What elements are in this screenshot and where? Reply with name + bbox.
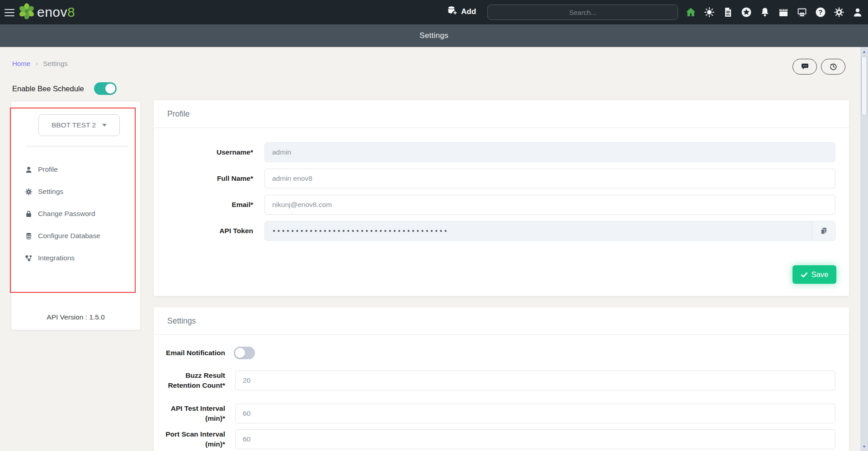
breadcrumb: Home › Settings (12, 60, 68, 67)
api-test-interval-row: API Test Interval (min)* (154, 404, 849, 423)
full-name-row: Full Name* (154, 169, 849, 188)
username-row: Username* (154, 142, 849, 162)
calendar-icon[interactable] (778, 7, 789, 18)
bell-icon[interactable] (760, 7, 770, 18)
scrollbar-thumb[interactable] (861, 56, 867, 116)
flower-logo-icon (18, 3, 35, 22)
api-test-interval-label: API Test Interval (min)* (154, 404, 225, 423)
star-icon[interactable] (741, 7, 752, 18)
chevron-down-icon (102, 124, 107, 127)
scrollbar-down-arrow[interactable]: ▼ (860, 443, 868, 450)
buzz-retention-label: Buzz Result Retention Count* (154, 371, 225, 390)
hamburger-menu-icon[interactable] (5, 7, 16, 18)
email-notification-toggle[interactable] (234, 347, 255, 359)
chat-bubble-icon (801, 62, 809, 71)
vertical-scrollbar: ▲ ▼ (860, 47, 868, 451)
copy-icon (819, 226, 828, 235)
sidebar-menu: Profile Settings Change Password Con (25, 164, 133, 275)
add-button[interactable]: Add (447, 5, 476, 19)
settings-panel-title: Settings (154, 307, 849, 335)
top-navbar: enov8 Add (0, 0, 868, 24)
scrollbar-up-arrow[interactable]: ▲ (860, 48, 868, 55)
api-version-label: API Version : 1.5.0 (11, 313, 140, 321)
bee-schedule-label: Enable Bee Schedule (12, 85, 84, 93)
full-name-label: Full Name* (158, 174, 253, 183)
sidebar-divider (25, 146, 128, 146)
brand-name: enov8 (37, 5, 75, 20)
api-token-group (264, 221, 835, 241)
full-name-input[interactable] (264, 169, 835, 188)
copy-token-button[interactable] (812, 221, 835, 240)
sidebar-card: BBOT TEST 2 Profile Settings Change Pass… (11, 102, 140, 330)
breadcrumb-separator: › (36, 60, 38, 67)
breadcrumb-home-link[interactable]: Home (12, 60, 30, 67)
username-label: Username* (158, 148, 253, 156)
enov8-logo[interactable]: enov8 (18, 3, 75, 22)
environment-dropdown-value: BBOT TEST 2 (52, 121, 96, 129)
api-test-interval-input[interactable] (235, 404, 835, 423)
report-icon[interactable] (722, 7, 733, 18)
search-input[interactable] (487, 5, 678, 20)
user-icon (25, 166, 33, 174)
username-input[interactable] (264, 142, 835, 162)
breadcrumb-current: Settings (43, 60, 67, 67)
save-button[interactable]: Save (793, 265, 836, 284)
email-row: Email* (154, 195, 849, 215)
sidebar-item-change-password[interactable]: Change Password (25, 208, 133, 219)
svg-text:?: ? (819, 9, 823, 16)
check-icon (801, 271, 808, 278)
buzz-retention-input[interactable] (235, 371, 835, 390)
port-scan-interval-label: Port Scan Interval (min)* (154, 429, 225, 449)
profile-panel: Profile Username* Full Name* Email* API … (154, 100, 849, 296)
sitemap-icon (25, 254, 33, 262)
gear-icon[interactable] (834, 7, 844, 18)
bee-schedule-toggle[interactable] (94, 82, 117, 95)
history-button[interactable] (821, 59, 845, 75)
sidebar-item-settings[interactable]: Settings (25, 186, 133, 197)
home-icon[interactable] (685, 7, 696, 18)
comments-button[interactable] (793, 59, 817, 75)
profile-panel-title: Profile (154, 100, 849, 128)
buzz-retention-row: Buzz Result Retention Count* (154, 371, 849, 390)
board-people-icon[interactable] (797, 7, 807, 18)
gear-icon (25, 188, 33, 196)
api-token-input[interactable] (265, 221, 812, 240)
api-token-label: API Token (158, 227, 253, 235)
email-label: Email* (158, 201, 253, 209)
database-icon (25, 232, 33, 240)
sun-icon[interactable] (704, 7, 715, 18)
port-scan-interval-row: Port Scan Interval (min)* (154, 429, 849, 449)
history-clock-icon (829, 62, 838, 71)
page-title: Settings (420, 31, 448, 40)
settings-panel: Settings Email Notification Buzz Result … (154, 307, 849, 451)
email-notification-label: Email Notification (154, 348, 225, 358)
bee-schedule-row: Enable Bee Schedule (12, 82, 117, 95)
sidebar-item-integrations[interactable]: Integrations (25, 253, 133, 263)
database-add-icon (447, 5, 458, 19)
sidebar-item-configure-database[interactable]: Configure Database (25, 230, 133, 241)
email-input[interactable] (264, 195, 835, 215)
user-icon[interactable] (852, 7, 863, 18)
sidebar-item-profile[interactable]: Profile (25, 164, 133, 175)
environment-dropdown[interactable]: BBOT TEST 2 (38, 114, 120, 136)
help-icon[interactable]: ? (815, 7, 826, 18)
lock-icon (25, 210, 33, 218)
email-notification-row: Email Notification (154, 345, 849, 361)
nav-icon-group: ? (685, 0, 863, 24)
page-title-bar: Settings (0, 24, 868, 47)
api-token-row: API Token (154, 221, 849, 241)
port-scan-interval-input[interactable] (235, 429, 835, 449)
